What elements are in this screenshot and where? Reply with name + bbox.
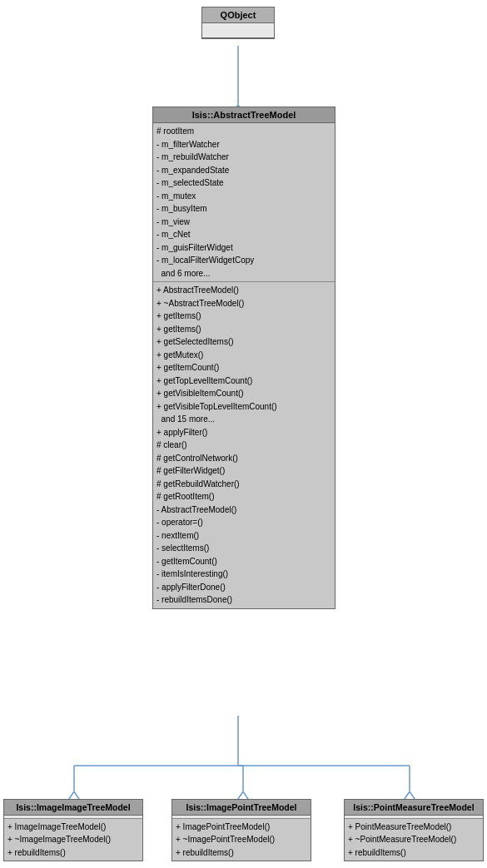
member-5: - m_mutex	[157, 190, 331, 203]
abstract-box: Isis::AbstractTreeModel # rootItem - m_f…	[152, 107, 335, 609]
child-box-imageimage: Isis::ImageImageTreeModel + ImageImageTr…	[3, 799, 143, 862]
method-5: + getMutex()	[157, 349, 331, 362]
method-8: + getVisibleItemCount()	[157, 387, 331, 400]
member-3: - m_expandedState	[157, 164, 331, 177]
method-15: # getRootItem()	[157, 490, 331, 503]
method-16: - AbstractTreeModel()	[157, 503, 331, 517]
child1-method-0: + ImageImageTreeModel()	[7, 821, 139, 834]
child-box-pointmeasure: Isis::PointMeasureTreeModel + PointMeasu…	[344, 799, 484, 862]
child1-method-1: + ~ImageImageTreeModel()	[7, 833, 139, 846]
abstract-members: # rootItem - m_filterWatcher - m_rebuild…	[153, 123, 335, 282]
method-17: - operator=()	[157, 516, 331, 529]
method-1: + ~AbstractTreeModel()	[157, 297, 331, 310]
method-14: # getRebuildWatcher()	[157, 478, 331, 491]
member-7: - m_view	[157, 216, 331, 229]
diagram-container: QObject Isis::AbstractTreeModel # rootIt…	[0, 0, 487, 868]
abstract-title: Isis::AbstractTreeModel	[153, 107, 335, 123]
member-2: - m_rebuildWatcher	[157, 151, 331, 164]
child3-title: Isis::PointMeasureTreeModel	[345, 800, 483, 816]
member-4: - m_selectedState	[157, 176, 331, 190]
qobject-box: QObject	[201, 7, 275, 39]
child2-title: Isis::ImagePointTreeModel	[172, 800, 311, 816]
member-6: - m_busyItem	[157, 202, 331, 216]
method-22: - applyFilterDone()	[157, 581, 331, 594]
method-3: + getItems()	[157, 323, 331, 336]
qobject-title: QObject	[202, 7, 274, 23]
child1-method-2: + rebuildItems()	[7, 846, 139, 860]
method-10: + applyFilter()	[157, 426, 331, 439]
child3-method-0: + PointMeasureTreeModel()	[348, 821, 480, 834]
child-box-imagepoint: Isis::ImagePointTreeModel + ImagePointTr…	[171, 799, 311, 862]
child2-method-2: + rebuildItems()	[176, 846, 307, 860]
qobject-separator	[202, 23, 274, 38]
method-13: # getFilterWidget()	[157, 464, 331, 478]
method-20: - getItemCount()	[157, 555, 331, 568]
method-23: - rebuildItemsDone()	[157, 593, 331, 607]
child3-method-2: + rebuildItems()	[348, 846, 480, 860]
child3-methods: + PointMeasureTreeModel() + ~PointMeasur…	[345, 819, 483, 861]
child1-title: Isis::ImageImageTreeModel	[4, 800, 142, 816]
member-8: - m_cNet	[157, 228, 331, 241]
member-9: - m_guisFilterWidget	[157, 241, 331, 255]
child3-method-1: + ~PointMeasureTreeModel()	[348, 833, 480, 846]
method-18: - nextItem()	[157, 529, 331, 543]
child2-method-0: + ImagePointTreeModel()	[176, 821, 307, 834]
method-4: + getSelectedItems()	[157, 335, 331, 349]
member-0: # rootItem	[157, 125, 331, 138]
member-1: - m_filterWatcher	[157, 138, 331, 151]
child2-methods: + ImagePointTreeModel() + ~ImagePointTre…	[172, 819, 311, 861]
abstract-methods: + AbstractTreeModel() + ~AbstractTreeMod…	[153, 282, 335, 608]
method-more1: and 15 more...	[157, 413, 331, 426]
method-21: - itemIsInteresting()	[157, 568, 331, 581]
method-11: # clear()	[157, 439, 331, 452]
method-19: - selectItems()	[157, 542, 331, 555]
method-7: + getTopLevelItemCount()	[157, 374, 331, 388]
member-more: and 6 more...	[157, 267, 331, 280]
method-2: + getItems()	[157, 310, 331, 323]
child2-method-1: + ~ImagePointTreeModel()	[176, 833, 307, 846]
child1-methods: + ImageImageTreeModel() + ~ImageImageTre…	[4, 819, 142, 861]
method-12: # getControlNetwork()	[157, 452, 331, 465]
method-9: + getVisibleTopLevelItemCount()	[157, 400, 331, 414]
method-0: + AbstractTreeModel()	[157, 284, 331, 297]
method-6: + getItemCount()	[157, 361, 331, 374]
member-10: - m_localFilterWidgetCopy	[157, 254, 331, 267]
